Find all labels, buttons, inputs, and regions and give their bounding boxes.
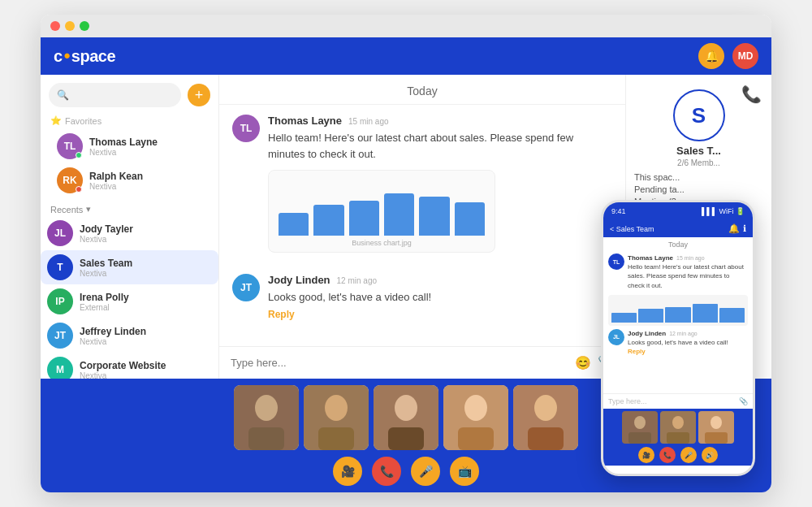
phone-video-btn[interactable]: 🎥 [638, 447, 654, 463]
panel-section-0[interactable]: This spac... [634, 172, 763, 182]
msg-header-thomas: Thomas Layne 15 min ago [268, 115, 612, 127]
phone-mic-btn[interactable]: 🎤 [680, 447, 697, 463]
chat-input[interactable] [231, 357, 567, 369]
contact-info-jody-t: Jody Tayler Nextiva [80, 223, 212, 244]
phone-reply-button[interactable]: Reply [628, 347, 728, 356]
video-faces [234, 385, 578, 450]
recents-list: JL Jody Tayler Nextiva T Sales Team [41, 216, 218, 379]
chat-messages: TL Thomas Layne 15 min ago Hello team! H… [219, 105, 625, 346]
msg-name-thomas: Thomas Layne [268, 115, 342, 127]
sales-chart: Business chart.jpg [268, 170, 495, 253]
video-controls: 🎥 📞 🎤 📺 [333, 457, 479, 486]
video-camera-button[interactable]: 🎥 [333, 457, 362, 486]
phone-msg-time-2: 12 min ago [669, 330, 698, 338]
phone-input-placeholder[interactable]: Type here... [608, 397, 647, 405]
call-icon[interactable]: 📞 [741, 84, 762, 104]
contact-sub-tl: Nextiva [89, 148, 202, 157]
contact-sales-team[interactable]: T Sales Team Nextiva [41, 250, 218, 284]
phone-video-face-2 [660, 411, 696, 444]
app-window: c • space 🔔 MD 🔍 + [41, 15, 771, 492]
chat-area: Today TL Thomas Layne 15 min ago Hello t… [219, 75, 625, 379]
svg-rect-5 [318, 427, 354, 450]
phone-back-button[interactable]: < Sales Team [610, 225, 654, 233]
video-call-strip: 🎥 📞 🎤 📺 9:41 ▌▌▌ WiFi 🔋 < Sales Team 🔔 ℹ [41, 379, 771, 492]
contact-corporate-website[interactable]: M Corporate Website Nextiva [41, 353, 218, 379]
phone-notif-icon[interactable]: 🔔 [728, 223, 740, 234]
avatar-cw: M [47, 357, 73, 379]
phone-video-face-1 [622, 411, 658, 444]
user-avatar[interactable]: MD [732, 43, 758, 69]
chart-label: Business chart.jpg [279, 239, 485, 247]
contact-name-cw: Corporate Website [80, 360, 212, 371]
phone-vol-btn[interactable]: 🔊 [702, 447, 718, 463]
contact-thomas-layne[interactable]: TL Thomas Layne Nextiva [50, 129, 209, 163]
avatar-jl: JT [47, 323, 73, 349]
phone-avatar-tl: TL [608, 254, 624, 270]
video-face-4 [443, 385, 508, 450]
msg-avatar-thomas: TL [232, 115, 260, 142]
logo-name: space [71, 47, 115, 66]
notification-button[interactable]: 🔔 [698, 43, 724, 69]
phone-video-face-3 [698, 411, 734, 444]
phone-status-bar: 9:41 ▌▌▌ WiFi 🔋 [603, 202, 753, 220]
mic-button[interactable]: 🎤 [411, 457, 440, 486]
phone-video-strip: 🎥 📞 🎤 🔊 [603, 409, 753, 466]
chat-input-area: 😊 📎 [219, 346, 625, 379]
panel-title: Sales T... [634, 145, 763, 157]
avatar-rk: RK [57, 167, 83, 193]
contact-info-sales: Sales Team Nextiva [80, 258, 212, 278]
panel-avatar: S [673, 89, 725, 141]
header-right: 🔔 MD [698, 43, 758, 69]
add-contact-button[interactable]: + [188, 84, 210, 106]
contact-name-ip: Irena Polly [80, 292, 212, 303]
phone-bar-2 [638, 309, 663, 323]
svg-rect-20 [667, 432, 689, 444]
reply-button[interactable]: Reply [268, 309, 612, 320]
panel-section-1[interactable]: Pending ta... [634, 184, 763, 194]
phone-attach-icon[interactable]: 📎 [739, 397, 748, 405]
contact-sub-sales: Nextiva [80, 269, 212, 278]
contact-jeffrey-linden[interactable]: JT Jeffrey Linden Nextiva [41, 318, 218, 353]
svg-point-22 [710, 416, 722, 429]
phone-hangup-btn[interactable]: 📞 [659, 447, 676, 463]
bar-5 [419, 197, 449, 236]
sidebar-search-area: 🔍 + [41, 75, 218, 112]
phone-msg-text-2: Looks good, let's have a video call! [628, 338, 728, 347]
minimize-dot[interactable] [65, 21, 75, 31]
msg-header-jody: Jody Linden 12 min ago [268, 274, 612, 286]
screen-share-button[interactable]: 📺 [450, 457, 479, 486]
video-face-3 [374, 385, 438, 450]
bell-icon: 🔔 [705, 50, 719, 63]
recents-label: Recents ▾ [41, 201, 218, 216]
contact-jody-tayler[interactable]: JL Jody Tayler Nextiva [41, 216, 218, 250]
emoji-icon[interactable]: 😊 [575, 355, 591, 370]
message-jody: JT Jody Linden 12 min ago Looks good, le… [232, 274, 612, 320]
svg-point-16 [634, 416, 646, 429]
contact-info-ip: Irena Polly External [80, 292, 212, 312]
close-dot[interactable] [50, 21, 60, 31]
chat-date-header: Today [219, 75, 625, 105]
svg-point-13 [534, 395, 557, 421]
phone-msg-content-2: Jody Linden 12 min ago Looks good, let's… [628, 329, 728, 357]
bar-6 [455, 202, 485, 236]
avatar-tl: TL [57, 133, 83, 159]
favorites-label: ⭐ Favorites [50, 115, 209, 126]
phone-info-icon[interactable]: ℹ [743, 223, 746, 234]
search-box[interactable]: 🔍 [49, 83, 181, 107]
maximize-dot[interactable] [80, 21, 89, 31]
contact-name-sales: Sales Team [80, 258, 212, 269]
video-face-1 [234, 385, 299, 450]
contact-irena-polly[interactable]: IP Irena Polly External [41, 284, 218, 318]
app-header: c • space 🔔 MD [41, 37, 771, 75]
contact-ralph-kean[interactable]: RK Ralph Kean Nextiva [50, 163, 209, 197]
phone-video-faces [622, 411, 734, 444]
phone-msg-1: TL Thomas Layne 15 min ago Hello team! H… [608, 254, 748, 290]
star-icon: ⭐ [50, 115, 62, 126]
hangup-button[interactable]: 📞 [372, 457, 401, 486]
contact-sub-rk: Nextiva [89, 182, 202, 191]
video-face-5 [513, 385, 578, 450]
msg-time-thomas: 15 min ago [348, 117, 388, 126]
status-busy [76, 186, 82, 193]
phone-msg-2: JL Jody Linden 12 min ago Looks good, le… [608, 329, 748, 357]
avatar-sales: T [47, 254, 73, 280]
